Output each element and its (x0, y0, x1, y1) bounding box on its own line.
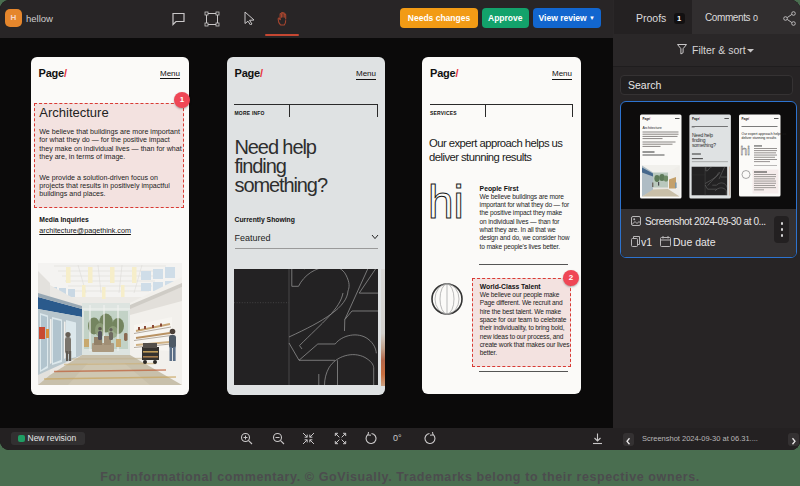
svg-text:Architecture: Architecture (643, 126, 662, 130)
svg-text:deliver stunning results: deliver stunning results (742, 136, 777, 140)
svg-text:hi: hi (741, 144, 750, 158)
svg-text:hi: hi (428, 179, 464, 224)
svg-text:something?: something? (692, 142, 716, 148)
